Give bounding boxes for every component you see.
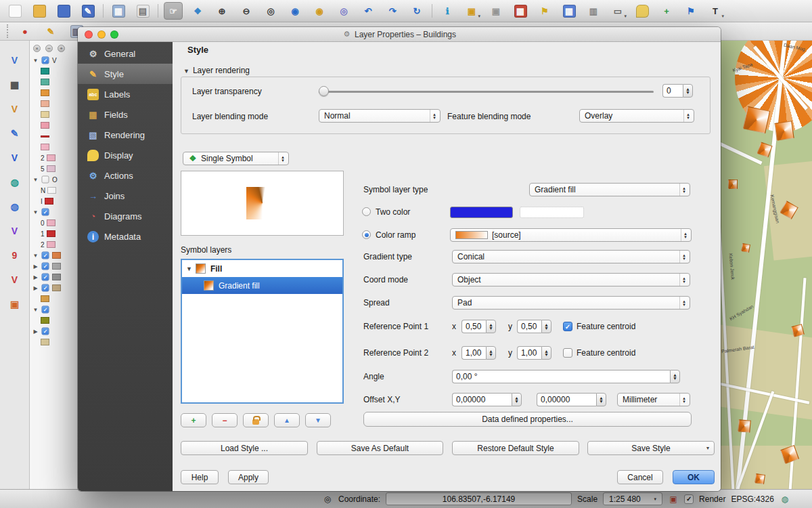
layer-blending-select[interactable]: Normal ▴▾	[319, 109, 441, 123]
ref1-y-value[interactable]: 0,50	[517, 320, 541, 333]
cancel-button[interactable]: Cancel	[617, 470, 663, 484]
tree-row-gradient-fill[interactable]: Gradient fill	[182, 277, 342, 294]
add-postgis-layer-button[interactable]: V	[5, 149, 24, 167]
symbol-layer-type-select[interactable]: Gradient fill ▴▾	[529, 183, 690, 196]
pan-to-selection-button[interactable]: ❖	[188, 2, 207, 20]
layer-row[interactable]	[30, 293, 78, 304]
map-tips-button[interactable]: ⚑	[535, 2, 554, 20]
disclosure-triangle-icon[interactable]: ▼	[32, 177, 39, 183]
add-raster-layer-button[interactable]: ▦	[5, 76, 24, 93]
zoom-out-button[interactable]: ⊖	[237, 2, 256, 20]
close-button[interactable]	[85, 30, 93, 39]
new-bookmark-button[interactable]: +	[657, 2, 676, 20]
layer-visibility-checkbox[interactable]	[42, 209, 49, 216]
ref1-x-value[interactable]: 0,50	[461, 320, 486, 333]
disclosure-triangle-icon[interactable]: ▶	[32, 263, 39, 270]
disclosure-triangle-icon[interactable]: ▶	[32, 274, 39, 280]
data-defined-properties-button[interactable]: Data defined properties...	[363, 412, 692, 427]
select-features-button[interactable]: ▣▾	[462, 2, 481, 20]
ref2-y-spinbox[interactable]: 1,00▲▼	[517, 346, 551, 360]
layer-row[interactable]: ▼O	[30, 174, 78, 185]
panel-collapse-button[interactable]: −	[45, 45, 53, 52]
layer-row[interactable]	[30, 66, 78, 77]
layer-row[interactable]	[30, 131, 78, 142]
zoom-native-button[interactable]: ◎	[261, 2, 280, 20]
render-checkbox[interactable]	[684, 494, 694, 504]
layer-row[interactable]	[30, 98, 78, 109]
zoom-to-layer-button[interactable]: ◎	[334, 2, 353, 20]
ref2-x-spinbox[interactable]: 1,00▲▼	[461, 346, 496, 360]
sidebar-item-style[interactable]: ✎Style	[78, 64, 173, 84]
layer-row[interactable]: 2	[30, 152, 78, 163]
ref1-feature-centroid-checkbox[interactable]	[563, 322, 572, 331]
layer-row[interactable]: N	[30, 185, 78, 196]
sidebar-item-general[interactable]: ⚙General	[78, 43, 173, 64]
two-color-radio[interactable]	[362, 207, 371, 216]
layer-row[interactable]: 5	[30, 163, 78, 174]
layer-visibility-checkbox[interactable]	[42, 328, 49, 335]
offset-x-spinbox[interactable]: 0,00000▲▼	[452, 393, 522, 406]
help-button[interactable]: Help	[181, 470, 219, 484]
layer-row[interactable]: ▼	[30, 304, 78, 315]
scale-combo[interactable]: 1:25 480▾	[603, 492, 662, 505]
stepper[interactable]: ▲▼	[541, 320, 551, 333]
layer-row[interactable]	[30, 142, 78, 152]
layer-visibility-checkbox[interactable]	[42, 176, 49, 184]
angle-spinbox[interactable]: 0,00 °▲▼	[452, 370, 680, 383]
move-up-button[interactable]: ▲	[274, 413, 300, 427]
stepper[interactable]: ▲▼	[683, 84, 693, 98]
sidebar-item-labels[interactable]: abcLabels	[78, 84, 173, 104]
sidebar-item-diagrams[interactable]: ◔Diagrams	[78, 206, 173, 226]
move-down-button[interactable]: ▼	[305, 413, 331, 427]
new-project-button[interactable]	[5, 2, 24, 20]
refresh-map-button[interactable]: ↻	[407, 2, 426, 20]
ref2-x-value[interactable]: 1,00	[461, 346, 486, 360]
feature-blending-select[interactable]: Overlay ▴▾	[579, 109, 694, 123]
slider-handle[interactable]	[319, 86, 329, 96]
disclosure-triangle-icon[interactable]: ▼	[32, 209, 39, 215]
show-bookmarks-button[interactable]: ⚑	[681, 2, 700, 20]
renderer-select[interactable]: ❖ Single Symbol ▴▾	[183, 152, 289, 165]
remove-symbol-layer-button[interactable]: −	[212, 413, 238, 427]
disclosure-triangle-icon[interactable]: ▶	[32, 329, 39, 335]
disclosure-triangle-icon[interactable]: ▼	[32, 253, 39, 259]
save-project-as-button[interactable]: ✎	[78, 2, 97, 20]
sidebar-item-display[interactable]: Display	[78, 145, 173, 165]
offset-unit-select[interactable]: Millimeter ▴▾	[617, 393, 690, 406]
minimize-button[interactable]	[97, 30, 106, 39]
layer-row[interactable]: ▶	[30, 326, 78, 337]
load-style-button[interactable]: Load Style ...	[181, 441, 308, 455]
color-ramp-radio[interactable]	[362, 230, 371, 239]
sidebar-item-fields[interactable]: ▦Fields	[78, 104, 173, 125]
toolbar-handle[interactable]	[7, 24, 9, 38]
layer-row[interactable]: 0	[30, 217, 78, 228]
tree-row-fill[interactable]: ▼ Fill	[182, 260, 342, 277]
sidebar-item-rendering[interactable]: ▧Rendering	[78, 125, 173, 145]
add-wfs-layer-button[interactable]: V	[5, 222, 24, 240]
stepper[interactable]: ▲▼	[512, 393, 522, 406]
zoom-next-button[interactable]: ↷	[383, 2, 402, 20]
toggle-editing-button[interactable]: ✎	[41, 22, 60, 40]
ref1-x-spinbox[interactable]: 0,50▲▼	[461, 320, 496, 333]
layer-visibility-checkbox[interactable]	[42, 274, 49, 281]
deselect-features-button[interactable]: ▣	[487, 2, 505, 20]
add-wms-layer-button[interactable]: ◍	[5, 173, 24, 191]
add-vector-layer-button[interactable]: V	[5, 51, 24, 69]
layer-row[interactable]: 2	[30, 239, 78, 250]
transparency-spinbox[interactable]: 0 ▲▼	[662, 84, 693, 98]
stepper[interactable]: ▲▼	[541, 346, 551, 360]
transparency-value[interactable]: 0	[662, 84, 683, 98]
layer-row[interactable]: ▶	[30, 272, 78, 282]
layer-row[interactable]: ▼	[30, 207, 78, 217]
field-calculator-button[interactable]: ▦	[511, 2, 530, 20]
gradient-type-select[interactable]: Conical ▴▾	[452, 250, 690, 263]
zoom-full-button[interactable]: ◉	[286, 2, 304, 20]
coord-mode-select[interactable]: Object ▴▾	[452, 273, 690, 287]
zoom-to-selection-button[interactable]: ◉	[310, 2, 329, 20]
ref2-y-value[interactable]: 1,00	[517, 346, 541, 360]
zoom-button[interactable]	[110, 30, 118, 39]
pan-map-button[interactable]: ☞	[164, 2, 183, 20]
save-as-image-button[interactable]: ▦	[109, 2, 128, 20]
add-symbol-layer-button[interactable]: +	[181, 413, 206, 427]
layer-row[interactable]	[30, 87, 78, 98]
